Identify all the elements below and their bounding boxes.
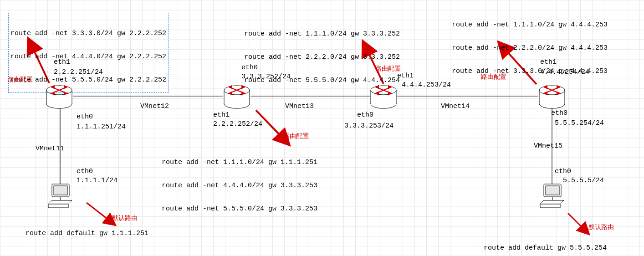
svg-rect-64 xyxy=(54,186,67,195)
iface-label: eth1 xyxy=(540,58,557,66)
ip-label: 5.5.5.5/24 xyxy=(563,177,604,184)
route-line: route add -net 1.1.1.0/24 gw 4.4.4.253 xyxy=(452,21,608,29)
route-cfg-r2: route add -net 1.1.1.0/24 gw 1.1.1.251 r… xyxy=(162,143,317,220)
ip-label: 4.4.4.253/24 xyxy=(402,81,451,89)
iface-label: eth0 xyxy=(555,168,571,175)
ip-label: 3.3.3.253/24 xyxy=(344,122,394,130)
ip-label: 5.5.5.254/24 xyxy=(555,119,604,127)
iface-label: eth1 xyxy=(397,72,414,80)
iface-label: eth0 xyxy=(357,111,373,119)
route-cfg-label: 路由配置 xyxy=(283,132,309,140)
route-cfg-label: 路由配置 xyxy=(375,65,401,73)
link-label: VMnet15 xyxy=(534,142,562,150)
link-label: VMnet13 xyxy=(285,102,314,110)
link-label: VMnet14 xyxy=(441,102,470,110)
svg-rect-71 xyxy=(540,204,560,208)
svg-marker-65 xyxy=(48,200,72,204)
iface-label: eth0 xyxy=(77,168,93,175)
ip-label: 1.1.1.251/24 xyxy=(77,123,126,131)
ip-label: 4.4.4.254/24 xyxy=(540,68,589,76)
svg-marker-70 xyxy=(540,200,564,204)
route-line: route add -net 2.2.2.0/24 gw 4.4.4.253 xyxy=(452,44,608,52)
default-route-cmd: route add default gw 5.5.5.254 xyxy=(484,244,607,252)
iface-label: eth0 xyxy=(551,109,567,117)
route-cfg-label: 路由配置 xyxy=(481,73,506,81)
svg-line-9 xyxy=(87,203,107,219)
route-line: route add -net 2.2.2.0/24 gw 3.3.3.252 xyxy=(244,53,400,61)
link-label: VMnet11 xyxy=(36,145,64,153)
ip-label: 1.1.1.1/24 xyxy=(77,177,118,184)
route-line: route add -net 1.1.1.0/24 gw 3.3.3.252 xyxy=(244,30,400,38)
host-icon xyxy=(46,182,75,211)
svg-line-10 xyxy=(568,213,582,227)
ip-label: 2.2.2.252/24 xyxy=(213,120,262,128)
iface-label: eth1 xyxy=(54,58,70,66)
route-cfg-label: 路由配置 xyxy=(7,76,33,84)
iface-label: eth0 xyxy=(77,113,93,121)
svg-rect-66 xyxy=(48,204,68,208)
route-line: route add -net 1.1.1.0/24 gw 1.1.1.251 xyxy=(162,159,317,166)
iface-label: eth0 xyxy=(241,64,258,72)
iface-label: eth1 xyxy=(213,111,230,119)
default-route-label: 默认路由 xyxy=(112,214,138,222)
ip-label: 3.3.3.252/24 xyxy=(241,73,291,81)
route-line: route add -net 5.5.5.0/24 gw 3.3.3.253 xyxy=(162,205,317,213)
host-icon xyxy=(537,182,567,211)
ip-label: 2.2.2.251/24 xyxy=(54,68,103,76)
default-route-label: 默认路由 xyxy=(588,223,614,231)
route-line: route add -net 5.5.5.0/24 gw 2.2.2.252 xyxy=(10,76,166,84)
route-line: route add -net 4.4.4.0/24 gw 3.3.3.253 xyxy=(162,182,317,189)
link-label: VMnet12 xyxy=(140,102,169,110)
default-route-cmd: route add default gw 1.1.1.251 xyxy=(26,230,148,237)
route-line: route add -net 4.4.4.0/24 gw 2.2.2.252 xyxy=(10,53,166,61)
router-icon xyxy=(538,84,566,109)
route-line: route add -net 3.3.3.0/24 gw 2.2.2.252 xyxy=(10,30,166,37)
svg-rect-69 xyxy=(546,186,559,195)
